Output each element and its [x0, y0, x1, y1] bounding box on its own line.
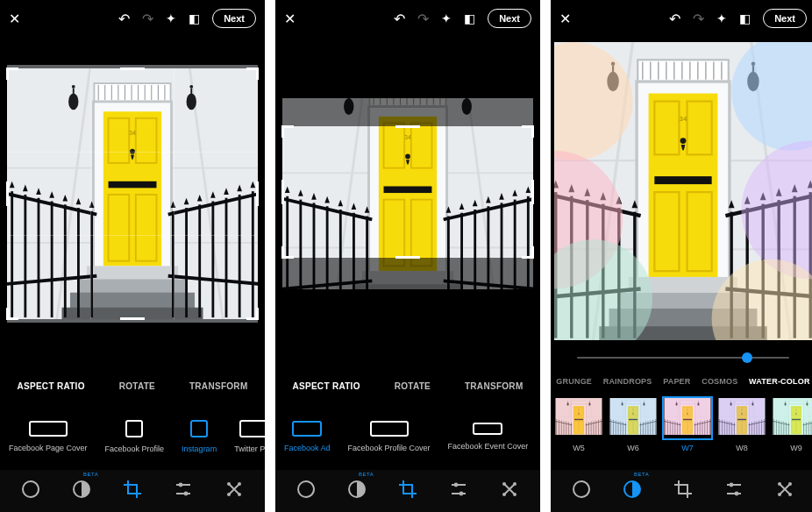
crop-handle[interactable] — [281, 246, 294, 259]
auto-enhance-icon[interactable]: ✦ — [441, 11, 452, 25]
tab-transform[interactable]: TRANSFORM — [465, 381, 524, 391]
screen-1-crop-instagram: ✕ ↶ ↷ ✦ ◧ Next ASPECT RATIO ROTATE TRANS… — [0, 0, 265, 512]
close-icon[interactable]: ✕ — [9, 11, 20, 27]
crop-handle[interactable] — [246, 308, 259, 320]
aspect-facebook-ad[interactable]: Facebook Ad — [275, 421, 339, 452]
crop-handle[interactable] — [522, 125, 534, 138]
aspect-instagram[interactable]: Instagram — [173, 420, 225, 453]
effect-w5[interactable]: W5 — [552, 396, 605, 452]
tab-rotate[interactable]: ROTATE — [395, 381, 431, 391]
crop-handle[interactable] — [395, 125, 420, 128]
category-water-color[interactable]: WATER-COLOR — [749, 377, 810, 386]
undo-icon[interactable]: ↶ — [669, 11, 680, 27]
svg-rect-65 — [719, 398, 766, 435]
category-grunge[interactable]: GRUNGE — [556, 377, 592, 386]
crop-handle[interactable] — [395, 256, 420, 259]
crop-tabs: ASPECT RATIO ROTATE TRANSFORM — [275, 366, 540, 405]
crop-handle[interactable] — [120, 317, 145, 320]
compare-icon[interactable]: ◧ — [189, 11, 200, 25]
auto-enhance-icon[interactable]: ✦ — [716, 11, 727, 25]
effect-w7[interactable]: W7 — [661, 396, 714, 452]
category-raindrops[interactable]: RAINDROPS — [603, 377, 652, 386]
svg-rect-62 — [556, 398, 602, 435]
effect-w6[interactable]: W6 — [607, 396, 659, 452]
aspect-fac…[interactable]: Fac… — [537, 421, 540, 452]
looks-icon[interactable] — [296, 479, 317, 503]
effect-variant-row[interactable]: W5W6W7W8W9 — [551, 393, 812, 456]
topbar: ✕ ↶ ↷ ✦ ◧ Next — [0, 0, 265, 37]
crop-tabs: ASPECT RATIO ROTATE TRANSFORM — [0, 366, 265, 405]
aspect-facebook-page-cover[interactable]: Facebook Page Cover — [0, 421, 96, 452]
image-preview[interactable] — [0, 37, 265, 351]
undo-icon[interactable]: ↶ — [118, 11, 130, 27]
redo-icon: ↷ — [142, 11, 153, 27]
crop-handle[interactable] — [6, 308, 18, 320]
effects-icon[interactable]: BETA — [622, 479, 643, 503]
aspect-ratio-list[interactable]: Facebook Page CoverFacebook ProfileInsta… — [0, 405, 265, 468]
crop-icon[interactable] — [122, 479, 143, 503]
screen-2-crop-facebook-ad: ✕ ↶ ↷ ✦ ◧ Next ASPECT RATIO ROTATE TRANS… — [275, 0, 540, 512]
retouch-icon[interactable] — [499, 479, 520, 503]
topbar: ✕ ↶ ↷ ✦ ◧ Next — [551, 0, 812, 37]
effect-intensity-slider[interactable] — [551, 345, 812, 370]
compare-icon[interactable]: ◧ — [464, 11, 475, 25]
looks-icon[interactable] — [20, 479, 41, 503]
adjust-icon[interactable] — [448, 479, 469, 503]
bottom-toolbar: BETA — [551, 470, 812, 512]
effects-icon[interactable]: BETA — [346, 479, 367, 503]
adjust-icon[interactable] — [723, 479, 744, 503]
screen-3-effect-watercolor: ✕ ↶ ↷ ✦ ◧ Next GRUNGERAINDROPSPAPERCOSMO… — [551, 0, 812, 512]
next-button[interactable]: Next — [763, 9, 807, 28]
close-icon[interactable]: ✕ — [284, 11, 296, 27]
bottom-toolbar: BETA — [275, 470, 540, 512]
retouch-icon[interactable] — [224, 479, 245, 503]
looks-icon[interactable] — [571, 479, 592, 503]
bottom-toolbar: BETA — [0, 470, 265, 512]
effects-icon[interactable]: BETA — [71, 479, 92, 503]
tab-transform[interactable]: TRANSFORM — [189, 381, 248, 391]
effect-category-row[interactable]: GRUNGERAINDROPSPAPERCOSMOSWATER-COLOR — [551, 370, 812, 393]
redo-icon: ↷ — [417, 11, 429, 27]
effect-w8[interactable]: W8 — [716, 396, 768, 452]
crop-icon[interactable] — [397, 479, 418, 503]
svg-rect-64 — [665, 398, 711, 435]
image-preview[interactable] — [275, 37, 540, 351]
next-button[interactable]: Next — [212, 9, 256, 28]
crop-handle[interactable] — [6, 181, 9, 206]
compare-icon[interactable]: ◧ — [739, 11, 751, 25]
auto-enhance-icon[interactable]: ✦ — [166, 11, 176, 25]
crop-handle[interactable] — [246, 68, 259, 80]
aspect-facebook-profile-cover[interactable]: Facebook Profile Cover — [339, 421, 439, 452]
crop-handle[interactable] — [531, 180, 534, 204]
topbar: ✕ ↶ ↷ ✦ ◧ Next — [275, 0, 540, 37]
crop-handle[interactable] — [281, 125, 294, 138]
redo-icon: ↷ — [693, 11, 704, 27]
category-paper[interactable]: PAPER — [663, 377, 690, 386]
effect-w9[interactable]: W9 — [770, 396, 812, 452]
aspect-facebook-event-cover[interactable]: Facebook Event Cover — [439, 423, 538, 451]
tab-aspect-ratio[interactable]: ASPECT RATIO — [17, 381, 84, 391]
svg-rect-66 — [773, 398, 812, 435]
crop-handle[interactable] — [6, 68, 18, 80]
next-button[interactable]: Next — [488, 9, 531, 28]
close-icon[interactable]: ✕ — [559, 11, 571, 27]
crop-handle[interactable] — [256, 181, 259, 206]
tab-rotate[interactable]: ROTATE — [119, 381, 155, 391]
svg-rect-63 — [610, 398, 657, 435]
adjust-icon[interactable] — [173, 479, 194, 503]
aspect-facebook-profile[interactable]: Facebook Profile — [96, 420, 174, 453]
undo-icon[interactable]: ↶ — [394, 11, 405, 27]
crop-handle[interactable] — [522, 246, 534, 259]
image-preview[interactable] — [551, 37, 812, 345]
category-cosmos[interactable]: COSMOS — [702, 377, 737, 386]
crop-handle[interactable] — [281, 180, 284, 204]
crop-icon[interactable] — [673, 479, 694, 503]
crop-handle[interactable] — [120, 68, 145, 70]
aspect-ratio-list[interactable]: Facebook AdFacebook Profile CoverFaceboo… — [275, 405, 540, 468]
tab-aspect-ratio[interactable]: ASPECT RATIO — [292, 381, 360, 391]
aspect-twitter-post[interactable]: Twitter Post — [225, 420, 265, 453]
retouch-icon[interactable] — [774, 479, 795, 503]
